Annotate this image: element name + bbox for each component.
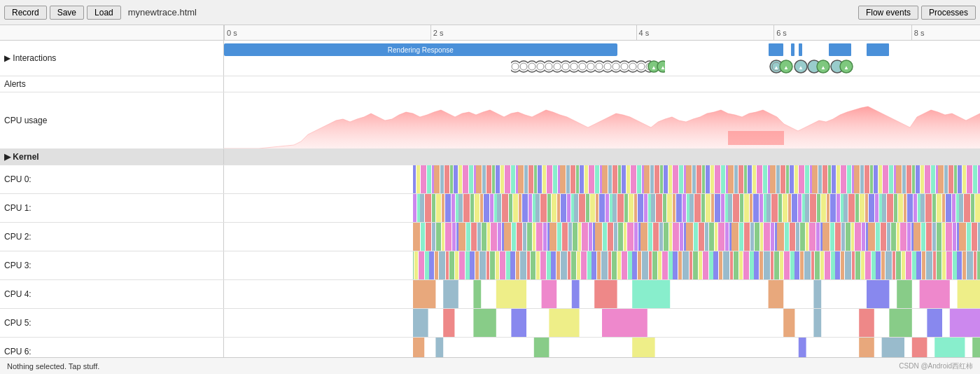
- cpu5-label: CPU 5:: [0, 309, 224, 337]
- cpu0-label: CPU 0:: [0, 165, 224, 193]
- svg-rect-75: [443, 309, 454, 337]
- cpu6-content[interactable]: [224, 338, 980, 357]
- record-button[interactable]: Record: [4, 6, 47, 20]
- cpu3-bars: [224, 251, 980, 279]
- frame-circles-right-svg: ▲ ▲ ▲ ▲ ▲: [769, 59, 881, 74]
- cpu1-bars: [224, 194, 980, 222]
- interactions-content[interactable]: Rendering Response: [224, 41, 980, 76]
- ruler-label-spacer: [0, 25, 224, 40]
- frame-circles-svg: ▲ ▲: [511, 59, 665, 74]
- time-ruler: 0 s 2 s 4 s 6 s 8 s: [0, 25, 980, 41]
- render-bar-small-2: [791, 43, 794, 56]
- svg-rect-67: [632, 280, 670, 308]
- svg-rect-66: [594, 280, 617, 308]
- svg-rect-85: [950, 309, 980, 337]
- svg-rect-78: [549, 309, 579, 337]
- render-bar-small-4: [829, 43, 851, 56]
- svg-rect-88: [534, 338, 550, 357]
- cpu3-row: CPU 3:: [0, 251, 980, 280]
- toolbar: Record Save Load mynewtrace.html Flow ev…: [0, 0, 980, 25]
- svg-rect-72: [920, 280, 950, 308]
- ruler-tick-4s: 4 s: [636, 25, 650, 40]
- svg-text:▲: ▲: [774, 64, 779, 71]
- svg-rect-76: [473, 309, 496, 337]
- svg-rect-86: [413, 338, 424, 357]
- svg-rect-71: [897, 280, 912, 308]
- svg-rect-68: [769, 280, 784, 308]
- svg-rect-61: [443, 280, 458, 308]
- watermark: CSDN @Android西红柿: [899, 361, 973, 371]
- alerts-label[interactable]: Alerts: [0, 76, 224, 92]
- load-button[interactable]: Load: [87, 6, 121, 20]
- save-button[interactable]: Save: [50, 6, 84, 20]
- cpu2-content[interactable]: [224, 223, 980, 251]
- svg-rect-70: [867, 280, 889, 308]
- alerts-track-row: Alerts: [0, 76, 980, 92]
- cpu-usage-track-row: CPU usage: [0, 92, 980, 149]
- toolbar-right: Flow events Processes: [858, 6, 976, 20]
- cpu-usage-chart: [224, 92, 980, 148]
- ruler-content: 0 s 2 s 4 s 6 s 8 s: [224, 25, 980, 40]
- svg-rect-90: [799, 338, 806, 357]
- svg-rect-91: [859, 338, 874, 357]
- svg-rect-83: [889, 309, 911, 337]
- svg-rect-93: [912, 338, 927, 357]
- svg-rect-60: [413, 280, 435, 308]
- cpu0-content[interactable]: [224, 165, 980, 193]
- svg-rect-82: [859, 309, 874, 337]
- cpu4-label: CPU 4:: [0, 280, 224, 308]
- cpu5-content[interactable]: [224, 309, 980, 337]
- render-bar-small-3: [799, 43, 802, 56]
- kernel-track-row: ▶ Kernel: [0, 149, 980, 165]
- circle-group-right: ▲ ▲ ▲ ▲ ▲: [769, 59, 881, 74]
- svg-rect-80: [783, 309, 794, 337]
- cpu1-label: CPU 1:: [0, 194, 224, 222]
- svg-rect-94: [934, 338, 965, 357]
- ruler-tick-0s: 0 s: [224, 25, 237, 40]
- svg-rect-2: [511, 59, 651, 74]
- svg-rect-22: [413, 165, 980, 193]
- svg-rect-73: [958, 280, 980, 308]
- svg-rect-74: [413, 309, 428, 337]
- cpu-usage-content[interactable]: [224, 92, 980, 148]
- svg-rect-59: [413, 251, 980, 279]
- status-bar: Nothing selected. Tap stuff. CSDN @Andro…: [0, 357, 980, 374]
- alerts-content[interactable]: [224, 76, 980, 92]
- flow-events-button[interactable]: Flow events: [858, 6, 918, 20]
- processes-button[interactable]: Processes: [921, 6, 976, 20]
- cpu-usage-label[interactable]: CPU usage: [0, 92, 224, 148]
- cpu1-row: CPU 1:: [0, 194, 980, 223]
- cpu6-row: CPU 6:: [0, 338, 980, 357]
- cpu0-row: CPU 0:: [0, 165, 980, 194]
- cpu5-bars: [224, 309, 980, 337]
- svg-text:▲: ▲: [660, 64, 665, 71]
- cpu4-row: CPU 4:: [0, 280, 980, 309]
- svg-rect-77: [511, 309, 526, 337]
- cpu6-bars: [224, 338, 980, 357]
- kernel-content: [224, 149, 980, 165]
- cpu4-bars: [224, 280, 980, 308]
- trace-file-title: mynewtrace.html: [128, 7, 197, 18]
- svg-rect-50: [413, 223, 980, 251]
- cpu4-content[interactable]: [224, 280, 980, 308]
- ruler-tick-6s: 6 s: [774, 25, 787, 40]
- svg-rect-81: [813, 309, 821, 337]
- cpu3-label: CPU 3:: [0, 251, 224, 279]
- cpu6-label: CPU 6:: [0, 338, 224, 357]
- svg-rect-89: [632, 338, 654, 357]
- cpu3-content[interactable]: [224, 251, 980, 279]
- kernel-label[interactable]: ▶ Kernel: [0, 149, 224, 165]
- svg-rect-92: [882, 338, 904, 357]
- interactions-label[interactable]: ▶ Interactions: [0, 41, 224, 76]
- ruler-tick-8s: 8 s: [911, 25, 925, 40]
- rendering-response-bar[interactable]: Rendering Response: [224, 43, 617, 56]
- cpu2-bars: [224, 223, 980, 251]
- status-text: Nothing selected. Tap stuff.: [7, 362, 99, 370]
- svg-rect-79: [602, 309, 648, 337]
- cpu2-row: CPU 2:: [0, 223, 980, 251]
- render-bar-small-1: [769, 43, 784, 56]
- interactions-track-row: ▶ Interactions Rendering Response: [0, 41, 980, 76]
- svg-rect-21: [728, 131, 784, 145]
- cpu1-content[interactable]: [224, 194, 980, 222]
- svg-marker-20: [224, 106, 980, 148]
